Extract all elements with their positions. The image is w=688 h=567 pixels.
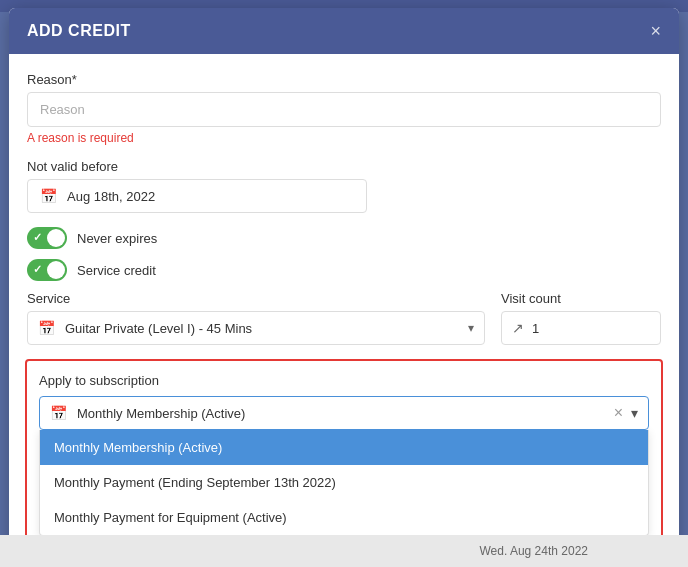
calendar-icon: 📅 [40, 188, 57, 204]
reason-group: Reason* A reason is required [27, 72, 661, 145]
subscription-value: Monthly Membership (Active) [77, 406, 614, 421]
bottom-date: Wed. Aug 24th 2022 [479, 544, 588, 558]
service-select[interactable]: 📅 Guitar Private (Level I) - 45 Mins ▾ [27, 311, 485, 345]
service-credit-label: Service credit [77, 263, 156, 278]
toggle-check-icon: ✓ [33, 231, 42, 244]
service-credit-toggle[interactable]: ✓ [27, 259, 67, 281]
modal: ADD CREDIT × Reason* A reason is require… [9, 8, 679, 567]
service-col: Service 📅 Guitar Private (Level I) - 45 … [27, 291, 485, 345]
modal-title: ADD CREDIT [27, 22, 131, 40]
never-expires-toggle[interactable]: ✓ [27, 227, 67, 249]
visit-count-input[interactable]: ↗ 1 [501, 311, 661, 345]
subscription-calendar-icon: 📅 [50, 405, 67, 421]
modal-header: ADD CREDIT × [9, 8, 679, 54]
close-button[interactable]: × [650, 22, 661, 40]
visit-col: Visit count ↗ 1 [501, 291, 661, 345]
dropdown-item-2[interactable]: Monthly Payment for Equipment (Active) [40, 500, 648, 535]
service-label: Service [27, 291, 485, 306]
dropdown-item-0[interactable]: Monthly Membership (Active) [40, 430, 648, 465]
bottom-bar: Wed. Aug 24th 2022 [0, 535, 688, 567]
subscription-dropdown: Monthly Membership (Active) Monthly Paym… [39, 430, 649, 536]
service-value: Guitar Private (Level I) - 45 Mins [65, 321, 468, 336]
clear-subscription-button[interactable]: × [614, 405, 623, 421]
reason-input[interactable] [27, 92, 661, 127]
modal-body: Reason* A reason is required Not valid b… [9, 54, 679, 550]
subscription-label: Apply to subscription [39, 373, 649, 388]
subscription-chevron-icon[interactable]: ▾ [631, 405, 638, 421]
visit-count-label: Visit count [501, 291, 661, 306]
never-expires-row: ✓ Never expires [27, 227, 661, 249]
reason-error: A reason is required [27, 131, 661, 145]
service-calendar-icon: 📅 [38, 320, 55, 336]
not-valid-before-group: Not valid before 📅 Aug 18th, 2022 [27, 159, 661, 213]
subscription-select[interactable]: 📅 Monthly Membership (Active) × ▾ [39, 396, 649, 430]
service-visit-row: Service 📅 Guitar Private (Level I) - 45 … [27, 291, 661, 345]
date-value: Aug 18th, 2022 [67, 189, 155, 204]
not-valid-before-label: Not valid before [27, 159, 661, 174]
visit-count-value: 1 [532, 321, 539, 336]
subscription-section: Apply to subscription 📅 Monthly Membersh… [25, 359, 663, 550]
dropdown-item-1[interactable]: Monthly Payment (Ending September 13th 2… [40, 465, 648, 500]
trend-icon: ↗ [512, 320, 524, 336]
service-credit-row: ✓ Service credit [27, 259, 661, 281]
toggle-check-icon-2: ✓ [33, 263, 42, 276]
reason-label: Reason* [27, 72, 661, 87]
date-picker[interactable]: 📅 Aug 18th, 2022 [27, 179, 367, 213]
modal-overlay: ADD CREDIT × Reason* A reason is require… [0, 0, 688, 567]
service-chevron-icon: ▾ [468, 321, 474, 335]
never-expires-label: Never expires [77, 231, 157, 246]
